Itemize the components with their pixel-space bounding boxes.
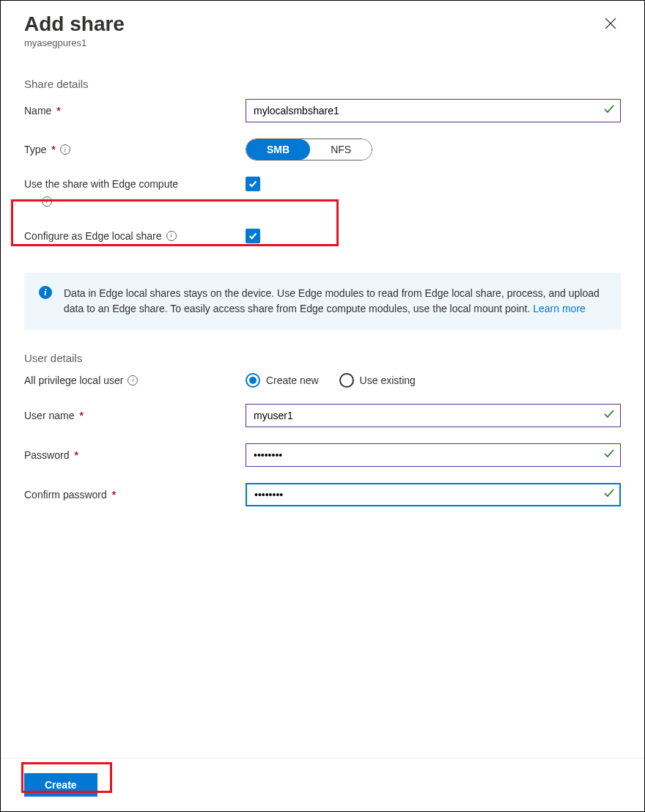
info-icon[interactable]: i: [42, 196, 52, 207]
type-toggle[interactable]: SMB NFS: [246, 139, 372, 160]
info-callout: i Data in Edge local shares stays on the…: [24, 273, 621, 330]
label-confirm-password: Confirm password*: [24, 489, 246, 501]
radio-use-existing[interactable]: Use existing: [339, 373, 416, 388]
radio-create-new[interactable]: Create new: [246, 373, 319, 388]
label-name: Name*: [24, 105, 246, 117]
page-title: Add share: [24, 12, 125, 36]
user-name-input[interactable]: [246, 404, 621, 427]
info-icon: i: [39, 286, 52, 299]
label-password: Password*: [24, 449, 246, 461]
password-input[interactable]: [246, 443, 621, 467]
name-input[interactable]: [246, 99, 621, 122]
type-option-nfs[interactable]: NFS: [310, 139, 372, 160]
create-button[interactable]: Create: [24, 773, 97, 797]
info-icon[interactable]: i: [60, 144, 70, 155]
label-edge-compute: Use the share with Edge compute: [24, 178, 246, 190]
edge-local-checkbox[interactable]: [246, 229, 260, 243]
close-icon[interactable]: [600, 12, 621, 36]
callout-text: Data in Edge local shares stays on the d…: [64, 287, 600, 314]
info-icon[interactable]: i: [128, 375, 138, 385]
section-share-details: Share details: [24, 78, 621, 90]
section-user-details: User details: [24, 352, 621, 364]
info-icon[interactable]: i: [166, 231, 177, 241]
label-all-priv-user: All privilege local user i: [24, 374, 246, 386]
type-option-smb[interactable]: SMB: [246, 139, 310, 160]
label-user-name: User name*: [24, 410, 246, 421]
page-subtitle: myasegpures1: [24, 37, 125, 48]
label-type: Type* i: [24, 144, 246, 155]
confirm-password-input[interactable]: [246, 483, 621, 506]
label-edge-local: Configure as Edge local share i: [24, 230, 246, 242]
learn-more-link[interactable]: Learn more: [533, 303, 586, 314]
edge-compute-checkbox[interactable]: [246, 177, 260, 191]
